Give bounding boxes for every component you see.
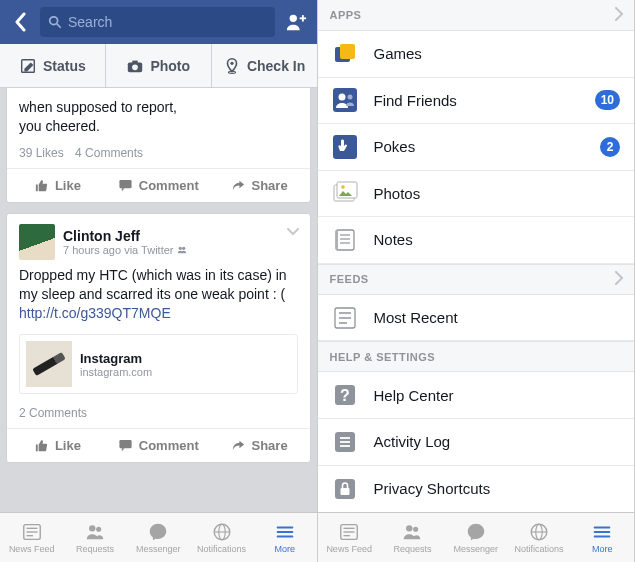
svg-rect-36 <box>336 230 354 250</box>
requests-icon <box>401 521 423 543</box>
attachment-domain: instagram.com <box>80 366 152 378</box>
post-actions: Like Comment Share <box>7 168 310 202</box>
messenger-icon <box>465 521 487 543</box>
section-header-feeds[interactable]: FEEDS <box>318 264 635 295</box>
svg-point-2 <box>289 15 296 22</box>
comment-label: Comment <box>139 178 199 193</box>
row-label: Privacy Shortcuts <box>374 480 491 497</box>
post-text-line: when supposed to report, <box>19 98 298 117</box>
tab-notifications[interactable]: Notifications <box>190 513 253 562</box>
share-icon <box>231 438 246 453</box>
tab-notifications[interactable]: Notifications <box>507 513 570 562</box>
tab-messenger[interactable]: Messenger <box>444 513 507 562</box>
row-label: Games <box>374 45 422 62</box>
share-icon <box>231 178 246 193</box>
privacy-icon <box>332 476 358 502</box>
news-feed: when supposed to report, you cheered. 39… <box>0 88 317 512</box>
composer-status-label: Status <box>43 58 86 74</box>
badge: 2 <box>600 137 620 157</box>
tab-requests[interactable]: Requests <box>381 513 444 562</box>
more-icon <box>591 521 613 543</box>
tab-label: Requests <box>76 544 114 554</box>
post-stats[interactable]: 39 Likes 4 Comments <box>7 142 310 168</box>
post-link[interactable]: http://t.co/g339QT7MQE <box>19 305 171 321</box>
svg-point-19 <box>89 525 95 531</box>
svg-rect-14 <box>119 440 131 448</box>
comment-button[interactable]: Comment <box>108 169 209 202</box>
svg-line-1 <box>57 24 61 28</box>
post-actions: Like Comment Share <box>7 428 310 462</box>
row-label: Pokes <box>374 138 416 155</box>
row-activity-log[interactable]: Activity Log <box>318 419 635 466</box>
tab-label: More <box>275 544 296 554</box>
post-author[interactable]: Clinton Jeff <box>63 228 187 244</box>
row-help-center[interactable]: ? Help Center <box>318 372 635 419</box>
section-header-apps[interactable]: APPS <box>318 0 635 31</box>
tab-label: More <box>592 544 613 554</box>
svg-point-12 <box>179 246 182 249</box>
like-label: Like <box>55 438 81 453</box>
tab-more[interactable]: More <box>571 513 634 562</box>
search-input[interactable]: Search <box>40 7 275 37</box>
svg-point-35 <box>341 186 345 190</box>
comment-icon <box>118 178 133 193</box>
like-button[interactable]: Like <box>7 169 108 202</box>
likes-count: 39 Likes <box>19 146 64 160</box>
row-pokes[interactable]: Pokes 2 <box>318 124 635 171</box>
post-stats[interactable]: 2 Comments <box>7 402 310 428</box>
post-meta: 7 hours ago via Twitter <box>63 244 187 256</box>
svg-rect-52 <box>340 488 349 495</box>
section-header-help: HELP & SETTINGS <box>318 341 635 372</box>
games-icon <box>332 41 358 67</box>
avatar[interactable] <box>19 224 55 260</box>
tab-bar: News Feed Requests Messenger Notificatio… <box>0 512 317 562</box>
svg-rect-40 <box>336 230 338 250</box>
post-card: when supposed to report, you cheered. 39… <box>6 88 311 203</box>
svg-text:?: ? <box>340 387 350 404</box>
row-games[interactable]: Games <box>318 31 635 78</box>
composer-photo[interactable]: Photo <box>106 44 212 87</box>
tab-label: News Feed <box>9 544 55 554</box>
like-icon <box>34 438 49 453</box>
requests-icon <box>84 521 106 543</box>
composer-status[interactable]: Status <box>0 44 106 87</box>
row-notes[interactable]: Notes <box>318 217 635 264</box>
row-privacy-shortcuts[interactable]: Privacy Shortcuts <box>318 466 635 512</box>
post-header: Clinton Jeff 7 hours ago via Twitter <box>7 214 310 264</box>
more-icon <box>274 521 296 543</box>
svg-point-30 <box>338 94 345 101</box>
tab-more[interactable]: More <box>253 513 316 562</box>
row-photos[interactable]: Photos <box>318 171 635 218</box>
post-body: Dropped my HTC (which was in its case) i… <box>7 264 310 329</box>
top-bar: Search <box>0 0 317 44</box>
svg-rect-4 <box>301 15 303 21</box>
tab-newsfeed[interactable]: News Feed <box>0 513 63 562</box>
svg-point-13 <box>182 246 185 249</box>
post-menu-button[interactable] <box>286 224 300 242</box>
like-button[interactable]: Like <box>7 429 108 462</box>
tab-label: Messenger <box>136 544 181 554</box>
find-friends-icon <box>332 87 358 113</box>
row-find-friends[interactable]: Find Friends 10 <box>318 78 635 125</box>
svg-rect-28 <box>340 44 355 59</box>
svg-rect-29 <box>333 88 357 112</box>
back-button[interactable] <box>6 0 34 44</box>
row-label: Notes <box>374 231 413 248</box>
tab-requests[interactable]: Requests <box>63 513 126 562</box>
row-most-recent[interactable]: Most Recent <box>318 295 635 342</box>
share-button[interactable]: Share <box>209 169 310 202</box>
friend-request-button[interactable] <box>281 7 311 37</box>
composer-checkin[interactable]: Check In <box>212 44 317 87</box>
tab-newsfeed[interactable]: News Feed <box>318 513 381 562</box>
svg-point-58 <box>414 527 419 532</box>
tab-messenger[interactable]: Messenger <box>127 513 190 562</box>
tab-label: Requests <box>393 544 431 554</box>
comment-label: Comment <box>139 438 199 453</box>
feed-icon <box>332 305 358 331</box>
badge: 10 <box>595 90 620 110</box>
tab-label: Notifications <box>197 544 246 554</box>
link-attachment[interactable]: Instagram instagram.com <box>19 334 298 394</box>
share-button[interactable]: Share <box>209 429 310 462</box>
attachment-title: Instagram <box>80 351 152 366</box>
comment-button[interactable]: Comment <box>108 429 209 462</box>
